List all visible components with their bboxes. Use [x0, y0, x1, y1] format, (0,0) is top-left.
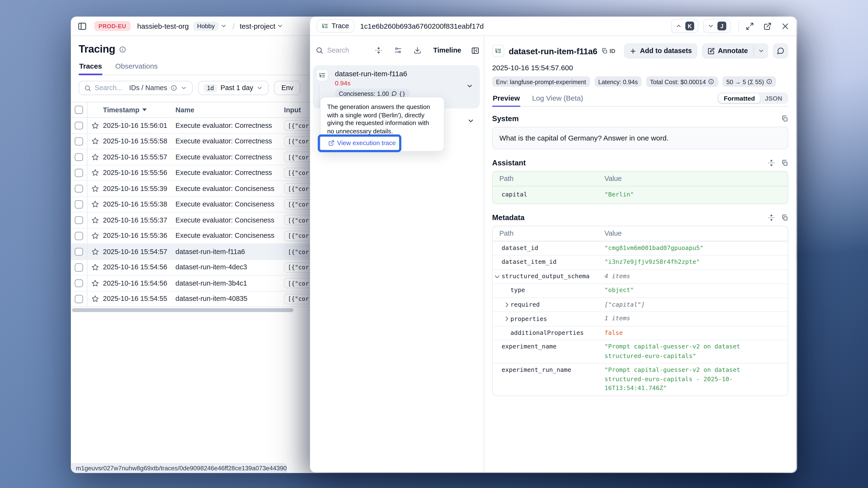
project-name[interactable]: test-project [240, 22, 275, 30]
row-timestamp: 2025-10-16 15:54:55 [103, 295, 176, 303]
row-name: dataset-run-item-3b4c1 [176, 280, 284, 287]
row-checkbox[interactable] [71, 291, 87, 306]
project-chevron-down-icon[interactable] [277, 23, 284, 29]
download-icon[interactable] [413, 46, 421, 54]
info-icon [708, 78, 714, 85]
metadata-table: Path Value dataset_id "cmg81vm6m001bad07… [492, 225, 788, 396]
star-icon[interactable] [88, 295, 103, 303]
add-to-datasets-button[interactable]: Add to datasets [624, 43, 697, 59]
org-chevron-down-icon[interactable] [220, 23, 227, 29]
annotate-split-button[interactable]: Annotate [702, 43, 768, 59]
trace-type-badge: Trace [317, 19, 354, 33]
metadata-row[interactable]: required ["capital"] [493, 297, 788, 312]
metadata-row[interactable]: structured_output_schema 4 items [493, 269, 788, 283]
star-icon[interactable] [88, 185, 103, 192]
info-icon[interactable] [119, 46, 126, 53]
annotate-dropdown-chevron-icon[interactable] [754, 43, 768, 59]
row-checkbox[interactable] [71, 134, 87, 149]
star-icon[interactable] [88, 264, 103, 271]
tree-search-input[interactable]: Search [327, 46, 349, 54]
metadata-row[interactable]: dataset_id "cmg81vm6m001bad07gpuoapu5" [493, 241, 788, 255]
star-icon[interactable] [88, 248, 103, 256]
env-filter-button[interactable]: Env [274, 81, 301, 95]
metadata-row[interactable]: experiment_run_name "Prompt capital-gues… [493, 363, 788, 395]
list-tree-icon [321, 23, 328, 29]
unfold-vertical-icon[interactable] [768, 159, 775, 167]
open-external-icon[interactable] [763, 22, 772, 30]
star-icon[interactable] [88, 137, 103, 145]
row-timestamp: 2025-10-16 15:55:36 [103, 232, 176, 240]
star-icon[interactable] [88, 169, 103, 176]
timeline-toggle[interactable]: Timeline [433, 46, 461, 54]
chevron-down-icon [708, 23, 714, 29]
panel-collapse-icon[interactable] [471, 46, 479, 55]
trace-id[interactable]: 1c1e6b260b693a6760200f831eabf17d [360, 22, 484, 30]
metadata-row[interactable]: dataset_item_id "i3nz7e9jfjv9z58r4fh2zpt… [493, 255, 788, 269]
node-chevron-down-icon[interactable] [466, 83, 473, 90]
row-checkbox[interactable] [71, 228, 87, 243]
input-column-header[interactable]: Input [284, 106, 301, 113]
timestamp-column-header[interactable]: Timestamp [103, 106, 176, 113]
close-icon[interactable] [781, 22, 789, 30]
tree-search-icon[interactable] [316, 46, 323, 54]
tree-connector-line [319, 85, 319, 108]
copy-icon[interactable] [781, 159, 788, 167]
metadata-row[interactable]: properties 1 items [493, 312, 788, 325]
search-placeholder: Search... [95, 84, 126, 92]
tab[interactable]: Observations [115, 62, 158, 74]
copy-icon[interactable] [781, 115, 788, 122]
row-checkbox[interactable] [71, 197, 87, 212]
detail-badges: Env: langfuse-prompt-experiment Latency:… [492, 76, 788, 87]
system-message: What is the capital of Germany? Answer i… [492, 127, 788, 149]
detail-tab[interactable]: Log View (Beta) [532, 94, 584, 106]
prev-trace-button[interactable]: K [671, 19, 699, 33]
row-checkbox[interactable] [71, 165, 87, 181]
fold-vertical-icon[interactable] [374, 46, 382, 54]
star-icon[interactable] [88, 153, 103, 161]
star-icon[interactable] [88, 232, 103, 240]
sidebar-toggle-icon[interactable] [78, 21, 87, 31]
settings-sliders-icon[interactable] [394, 46, 401, 54]
metadata-row[interactable]: experiment_name "Prompt capital-guesser-… [493, 339, 788, 363]
star-icon[interactable] [88, 122, 103, 129]
metadata-row[interactable]: additionalProperties false [493, 325, 788, 339]
annotate-pen-icon [707, 47, 714, 55]
row-checkbox[interactable] [71, 149, 87, 165]
comments-button[interactable] [773, 43, 788, 59]
format-option[interactable]: Formatted [719, 93, 760, 103]
expand-icon[interactable] [746, 22, 754, 30]
assistant-row[interactable]: capital "Berlin" [493, 186, 788, 203]
star-icon[interactable] [88, 280, 103, 287]
row-checkbox[interactable] [71, 118, 87, 133]
next-trace-button[interactable]: J [703, 19, 731, 33]
copy-icon[interactable] [781, 214, 788, 221]
metadata-row[interactable]: type "object" [493, 283, 788, 297]
observation-detail-panel: dataset-run-item-f11a6 ID Add to dataset… [485, 36, 796, 473]
row-checkbox[interactable] [71, 275, 87, 291]
format-option[interactable]: JSON [760, 93, 787, 103]
search-input[interactable]: Search... IDs / Names [79, 81, 193, 95]
trace-peek-drawer: Trace 1c1e6b260b693a6760200f831eabf17d K… [310, 17, 796, 473]
select-all-checkbox[interactable] [71, 102, 87, 117]
star-icon[interactable] [88, 216, 103, 224]
row-checkbox[interactable] [71, 213, 87, 228]
detail-tab[interactable]: Preview [492, 94, 520, 106]
row-checkbox[interactable] [71, 181, 87, 196]
row-timestamp: 2025-10-16 15:55:38 [103, 200, 176, 208]
metric-badge: Env: langfuse-prompt-experiment [492, 76, 590, 87]
unfold-vertical-icon[interactable] [768, 214, 775, 221]
row-checkbox[interactable] [71, 260, 87, 275]
copy-id-icon[interactable] [601, 47, 608, 54]
second-node-chevron-down-icon[interactable] [467, 117, 474, 125]
row-name: dataset-run-item-4dec3 [176, 264, 284, 271]
assistant-section: Assistant [492, 159, 788, 204]
date-range-filter[interactable]: 1d Past 1 day [198, 81, 269, 95]
org-name[interactable]: hassieb-test-org [137, 22, 189, 30]
search-scope-chevron-icon[interactable] [181, 85, 187, 91]
tab[interactable]: Traces [79, 62, 102, 74]
row-checkbox[interactable] [71, 244, 87, 259]
name-column-header[interactable]: Name [176, 106, 284, 113]
score-comment-text: The generation answers the question with… [327, 103, 437, 135]
star-icon[interactable] [88, 200, 103, 208]
row-name: Execute evaluator: Correctness [176, 137, 284, 145]
